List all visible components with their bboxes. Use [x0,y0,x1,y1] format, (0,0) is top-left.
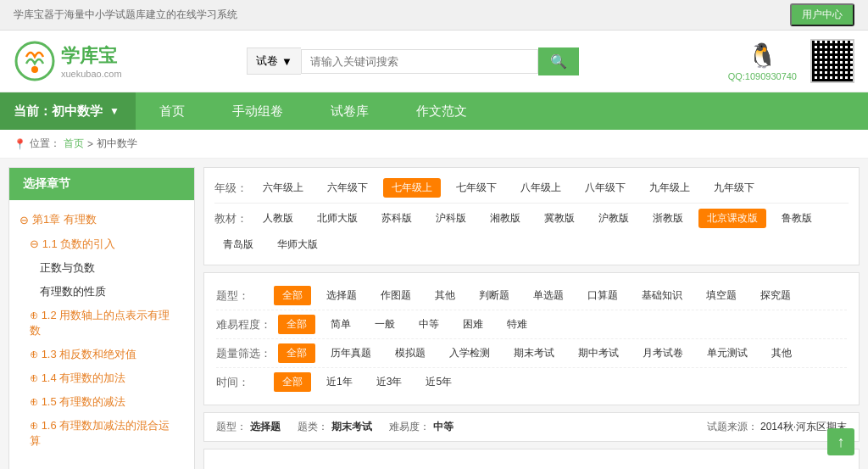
top-banner: 学库宝器于海量中小学试题库建立的在线学习系统 用户中心 [0,0,868,31]
tb-zj[interactable]: 浙教版 [644,209,692,228]
breadcrumb-current: 初中数学 [97,137,137,151]
qf-final[interactable]: 期末考试 [505,343,563,363]
tb-hk[interactable]: 沪科版 [427,209,475,228]
question-info-bar: 题型： 选择题 题类： 期末考试 难易度： 中等 试题来源： 2014秋·河东区… [203,412,860,442]
time-5y[interactable]: 近5年 [417,372,460,392]
qf-other[interactable]: 其他 [763,343,800,363]
tb-jj[interactable]: 冀教版 [536,209,583,228]
section-1-4[interactable]: ⊕ 1.4 有理数的加法 [9,366,194,390]
section-1-5[interactable]: ⊕ 1.5 有理数的减法 [9,390,194,414]
grade-baA[interactable]: 八年级上 [512,178,570,198]
type-basic[interactable]: 基础知识 [633,286,691,305]
grade-jiuB[interactable]: 九年级下 [705,178,763,198]
logo-sub: xuekubao.com [61,69,122,79]
grade-liuB[interactable]: 六年级下 [319,178,376,198]
time-1y[interactable]: 近1年 [318,372,361,392]
diff-normal[interactable]: 一般 [366,315,403,334]
grade-selector-panel: 年级： 六年级上 六年级下 七年级上 七年级下 八年级上 八年级下 九年级上 九… [203,167,860,265]
right-panel: 年级： 六年级上 六年级下 七年级上 七年级下 八年级上 八年级下 九年级上 九… [203,167,860,469]
navbar: 当前：初中数学 ▼ 首页 手动组卷 试卷库 作文范文 [0,92,868,130]
section-1-6[interactable]: ⊕ 1.6 有理数加减法的混合运算 [9,414,194,453]
type-oral[interactable]: 口算题 [579,286,626,305]
leaf-property[interactable]: 有理数的性质 [9,280,194,304]
grade-jiuA[interactable]: 九年级上 [641,178,698,198]
header: 学库宝 xuekubao.com 试卷 ▼ 🔍 🐧 QQ:1090930740 [0,31,868,92]
diff-medium[interactable]: 中等 [410,315,448,334]
diff-all[interactable]: 全部 [278,315,315,334]
time-3y[interactable]: 近3年 [368,372,411,392]
qq-number: QQ:1090930740 [728,71,797,81]
user-center-button[interactable]: 用户中心 [790,3,854,26]
sidebar-content: ⊖ 第1章 有理数 ⊖ 1.1 负数的引入 正数与负数 有理数的性质 ⊕ 1.2… [9,200,194,460]
q-source-info: 试题来源： 2014秋·河东区期末 [707,420,847,434]
qf-entrance[interactable]: 入学检测 [441,343,498,363]
filter-time-row: 时间： 全部 近1年 近3年 近5年 [216,368,847,396]
tb-xj[interactable]: 湘教版 [481,209,529,228]
q-info-left: 题型： 选择题 题类： 期末考试 难易度： 中等 [216,420,453,434]
filter-type-row: 题型： 全部 选择题 作图题 其他 判断题 单选题 口算题 基础知识 填空题 探… [216,282,847,310]
q-category-info: 题类： 期末考试 [298,420,372,434]
chapter-1[interactable]: ⊖ 第1章 有理数 [9,207,194,232]
svg-point-1 [31,66,38,73]
search-button[interactable]: 🔍 [538,47,579,75]
sidebar-title: 选择章节 [9,168,194,200]
qf-all[interactable]: 全部 [278,343,315,363]
grade-qiB[interactable]: 七年级下 [448,178,505,198]
tb-lj[interactable]: 鲁教版 [773,209,821,228]
tb-qd[interactable]: 青岛版 [214,235,262,254]
tb-bjkg[interactable]: 北京课改版 [698,209,766,228]
nav-current-subject[interactable]: 当前：初中数学 ▼ [0,92,136,130]
filter-qfilter-row: 题量筛选： 全部 历年真题 模拟题 入学检测 期末考试 期中考试 月考试卷 单元… [216,339,847,368]
qf-monthly[interactable]: 月考试卷 [634,343,692,363]
section-1-2[interactable]: ⊕ 1.2 用数轴上的点表示有理数 [9,304,194,343]
diff-hard[interactable]: 困难 [454,315,492,334]
qf-mock[interactable]: 模拟题 [387,343,434,363]
type-explore[interactable]: 探究题 [752,286,799,305]
nav-item-home[interactable]: 首页 [136,92,209,130]
scroll-top-button[interactable]: ↑ [827,428,854,455]
type-other[interactable]: 其他 [426,286,464,305]
diff-easy[interactable]: 简单 [322,315,359,334]
diff-very-hard[interactable]: 特难 [498,315,536,334]
type-all[interactable]: 全部 [274,286,311,305]
header-right: 🐧 QQ:1090930740 [728,39,854,83]
nav-item-essay[interactable]: 作文范文 [392,92,491,130]
search-input[interactable] [301,49,538,74]
grade-qiA[interactable]: 七年级上 [383,178,441,198]
logo-icon [14,40,56,82]
type-judge[interactable]: 判断题 [470,286,518,305]
type-choice[interactable]: 选择题 [318,286,365,305]
chevron-down-icon: ▼ [281,55,292,68]
textbook-row: 教材： 人教版 北师大版 苏科版 沪科版 湘教版 冀教版 沪教版 浙教版 北京课… [214,205,849,258]
tb-bs[interactable]: 北师大版 [309,209,366,228]
filter-panel: 题型： 全部 选择题 作图题 其他 判断题 单选题 口算题 基础知识 填空题 探… [203,272,860,405]
nav-item-library[interactable]: 试卷库 [307,92,392,130]
type-single[interactable]: 单选题 [525,286,572,305]
section-1-3[interactable]: ⊕ 1.3 相反数和绝对值 [9,343,194,366]
leaf-zhengfu[interactable]: 正数与负数 [9,256,194,280]
breadcrumb-home[interactable]: 首页 [64,137,84,151]
logo-area: 学库宝 xuekubao.com [14,40,122,82]
grade-baB[interactable]: 八年级下 [576,178,634,198]
nav-item-compose[interactable]: 手动组卷 [209,92,307,130]
grade-label: 年级： [214,181,248,196]
tb-hsd[interactable]: 华师大版 [269,235,326,254]
qf-unit[interactable]: 单元测试 [698,343,756,363]
q-difficulty-info: 难易度： 中等 [389,420,453,434]
tb-sk[interactable]: 苏科版 [373,209,420,228]
section-1-1[interactable]: ⊖ 1.1 负数的引入 [9,232,194,256]
qf-midterm[interactable]: 期中考试 [570,343,627,363]
grade-liuA[interactable]: 六年级上 [254,178,312,198]
time-all[interactable]: 全部 [274,372,311,392]
tb-rj[interactable]: 人教版 [254,209,302,228]
textbook-label: 教材： [214,211,248,226]
tb-hj[interactable]: 沪教版 [590,209,637,228]
logo-name: 学库宝 [61,43,122,69]
qf-history[interactable]: 历年真题 [322,343,380,363]
search-type-selector[interactable]: 试卷 ▼ [247,47,301,75]
filter-difficulty-label: 难易程度： [216,317,271,332]
sidebar: 选择章节 ⊖ 第1章 有理数 ⊖ 1.1 负数的引入 正数与负数 有理数的性质 … [8,167,195,469]
search-area: 试卷 ▼ 🔍 [247,47,603,75]
type-draw[interactable]: 作图题 [372,286,420,305]
type-fill[interactable]: 填空题 [698,286,745,305]
